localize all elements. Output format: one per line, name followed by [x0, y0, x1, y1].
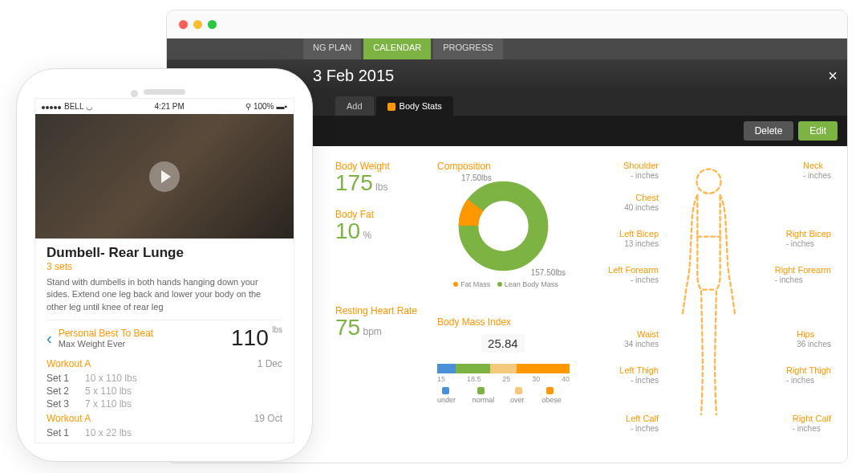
battery-icon: ▬▪: [276, 102, 287, 111]
nav-training-plan[interactable]: NG PLAN: [303, 39, 361, 59]
measure-right-bicep: Right Bicep- inches: [786, 229, 831, 248]
stat-resting-hr: Resting Heart Rate 75 bpm: [335, 305, 417, 339]
phone-mockup: BELL ◡ 4:21 PM ⚲ 100% ▬▪ Dumbell- Rear L…: [16, 68, 313, 462]
play-icon[interactable]: [149, 161, 180, 192]
bmi-tick: 25: [502, 375, 510, 383]
workout-history-list: Workout A1 DecSet 110 x 110 lbsSet 25 x …: [47, 356, 282, 443]
back-arrow-icon[interactable]: ‹: [47, 329, 52, 348]
set-value: 10 x 110 lbs: [85, 373, 137, 384]
hips-val: 36 inches: [797, 340, 831, 349]
bmi-normal-seg: [456, 364, 490, 373]
exercise-sets: 3 sets: [47, 261, 282, 272]
phone-camera-icon: [131, 90, 138, 97]
phone-speaker-icon: [144, 89, 185, 95]
body-stats-icon: [387, 103, 395, 111]
right-forearm-label: Right Forearm: [775, 265, 831, 275]
lean-mass-dot-icon: [497, 282, 502, 287]
pb-value: 110: [231, 325, 269, 350]
close-icon[interactable]: ×: [828, 67, 838, 85]
bmi-over-seg: [490, 364, 517, 373]
composition-legend: Fat Mass Lean Body Mass: [437, 280, 570, 288]
bmi-section: Body Mass Index 25.84 15 18.5 25 30 40 u…: [437, 316, 570, 404]
bmi-under-seg: [437, 364, 456, 373]
left-forearm-label: Left Forearm: [574, 265, 659, 275]
bmi-legend-over: over: [510, 396, 525, 404]
edit-button[interactable]: Edit: [798, 121, 838, 141]
workout-name: Workout A: [47, 358, 91, 369]
workout-row[interactable]: Workout A1 Dec: [47, 356, 282, 372]
tab-body-stats-label: Body Stats: [400, 101, 442, 111]
right-bicep-label: Right Bicep: [786, 229, 831, 239]
nav-calendar[interactable]: CALENDAR: [363, 39, 431, 59]
window-max-icon[interactable]: [208, 20, 217, 29]
pb-unit: lbs: [272, 325, 282, 334]
measure-neck: Neck- inches: [803, 161, 831, 180]
workout-name: Workut A: [47, 442, 85, 443]
window-min-icon[interactable]: [193, 20, 202, 29]
measure-left-calf: Left Calf- inches: [574, 414, 659, 433]
set-row: Set 37 x 110 lbs: [47, 398, 282, 410]
stat-body-weight: Body Weight 175 lbs: [335, 161, 417, 194]
phone-screen: BELL ◡ 4:21 PM ⚲ 100% ▬▪ Dumbell- Rear L…: [34, 98, 294, 443]
pb-label: Personal Best To Beat: [59, 328, 231, 339]
set-row: Set 25 x 110 lbs: [47, 385, 282, 398]
bmi-tick: 18.5: [467, 375, 481, 383]
status-time: 4:21 PM: [155, 102, 185, 111]
bmi-legend-normal: normal: [473, 396, 495, 404]
tab-body-stats[interactable]: Body Stats: [376, 96, 453, 116]
set-value: 10 x 22 lbs: [85, 427, 132, 438]
right-forearm-val: - inches: [775, 275, 803, 284]
bmi-tick: 40: [562, 375, 570, 383]
tab-add[interactable]: Add: [335, 96, 374, 116]
body-fat-unit: %: [363, 230, 372, 241]
measure-right-forearm: Right Forearm- inches: [775, 265, 831, 284]
set-number: Set 3: [47, 398, 77, 410]
bmi-value: 25.84: [481, 334, 525, 353]
right-thigh-val: - inches: [786, 376, 814, 385]
bmi-bar-chart: [437, 364, 570, 373]
personal-best-row[interactable]: ‹ Personal Best To Beat Max Weight Ever …: [47, 320, 282, 356]
body-measurements: Shoulder- inches Neck- inches Chest40 in…: [574, 161, 831, 442]
set-number: Set 1: [47, 373, 77, 384]
nav-progress[interactable]: PROGRESS: [433, 39, 502, 59]
measure-right-calf: Right Calf- inches: [793, 414, 831, 433]
left-thigh-val: - inches: [631, 376, 659, 385]
left-calf-val: - inches: [631, 424, 659, 433]
composition-label: Composition: [437, 161, 570, 172]
under-dot-icon: [442, 387, 449, 394]
exercise-video-thumbnail[interactable]: [35, 114, 294, 239]
workout-date: 19 Oct: [254, 413, 282, 424]
workout-row[interactable]: Workout A19 Oct: [47, 410, 282, 426]
stat-body-fat: Body Fat 10 %: [335, 209, 417, 243]
workout-row[interactable]: Workut A5 Oct: [47, 439, 282, 443]
workout-name: Workout A: [47, 413, 91, 424]
status-bar: BELL ◡ 4:21 PM ⚲ 100% ▬▪: [35, 99, 294, 114]
delete-button[interactable]: Delete: [744, 121, 794, 141]
measure-waist: Waist34 inches: [574, 329, 659, 349]
body-weight-unit: lbs: [375, 181, 387, 193]
measure-hips: Hips36 inches: [797, 329, 831, 349]
right-calf-label: Right Calf: [793, 414, 831, 423]
bmi-tick: 15: [437, 375, 445, 383]
carrier-label: BELL: [64, 102, 83, 111]
resting-hr-unit: bpm: [363, 326, 382, 337]
exercise-content: Dumbell- Rear Lunge 3 sets Stand with du…: [35, 239, 294, 443]
waist-label: Waist: [574, 329, 659, 339]
bmi-tick: 30: [532, 375, 540, 383]
right-calf-val: - inches: [793, 424, 821, 433]
hips-label: Hips: [797, 329, 831, 339]
lean-mass-value: 157.50lbs: [531, 268, 566, 277]
measure-chest: Chest40 inches: [574, 193, 659, 212]
battery-label: 100%: [254, 102, 274, 111]
bmi-ticks: 15 18.5 25 30 40: [437, 375, 570, 383]
lean-mass-legend: Lean Body Mass: [505, 280, 558, 288]
body-weight-value: 175: [335, 170, 373, 195]
resting-hr-value: 75: [335, 315, 360, 340]
window-close-icon[interactable]: [179, 20, 188, 29]
set-value: 5 x 110 lbs: [85, 385, 132, 397]
body-outline-icon: [671, 165, 747, 430]
measure-left-thigh: Left Thigh- inches: [574, 365, 659, 385]
neck-label: Neck: [803, 161, 831, 170]
right-thigh-label: Right Thigh: [786, 365, 831, 375]
workout-date: 5 Oct: [259, 442, 282, 443]
